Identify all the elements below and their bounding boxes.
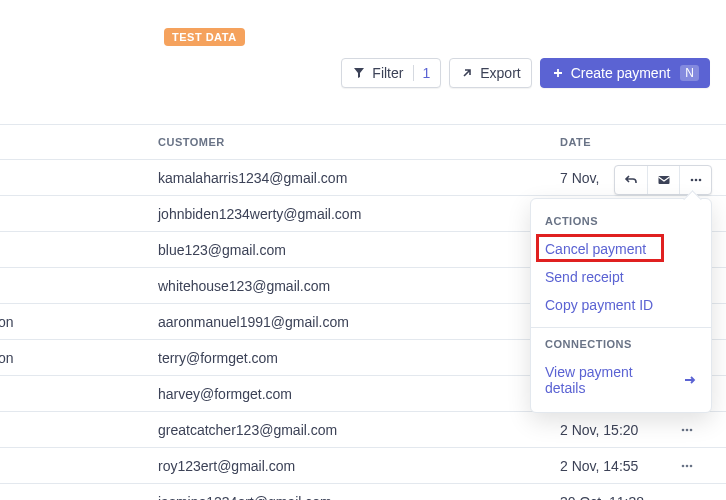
test-data-badge: TEST DATA bbox=[164, 28, 245, 46]
filter-button[interactable]: Filter 1 bbox=[341, 58, 441, 88]
svg-point-5 bbox=[690, 464, 693, 467]
send-receipt-item[interactable]: Send receipt bbox=[531, 263, 711, 291]
svg-point-11 bbox=[694, 179, 697, 182]
row-action-group bbox=[614, 165, 712, 195]
partial-label: on bbox=[0, 314, 14, 330]
arrow-right-icon bbox=[683, 373, 697, 387]
filter-count: 1 bbox=[413, 65, 430, 81]
partial-label: on bbox=[0, 350, 14, 366]
toolbar: Filter 1 Export Create payment N bbox=[0, 46, 726, 104]
dropdown-section-actions: ACTIONS bbox=[531, 213, 711, 235]
customer-cell: aaronmanuel1991@gmail.com bbox=[158, 314, 560, 330]
mail-icon[interactable] bbox=[647, 166, 679, 194]
plus-icon bbox=[551, 66, 565, 80]
svg-rect-9 bbox=[658, 176, 669, 184]
column-customer: CUSTOMER bbox=[158, 136, 560, 148]
column-date: DATE bbox=[560, 136, 710, 148]
customer-cell: roy123ert@gmail.com bbox=[158, 458, 560, 474]
svg-point-1 bbox=[686, 428, 689, 431]
row-more[interactable] bbox=[680, 459, 710, 473]
customer-cell: whitehouse123@gmail.com bbox=[158, 278, 560, 294]
dropdown-section-connections: CONNECTIONS bbox=[531, 336, 711, 358]
filter-icon bbox=[352, 66, 366, 80]
row-more[interactable] bbox=[680, 495, 710, 501]
undo-icon[interactable] bbox=[615, 166, 647, 194]
date-cell: 2 Nov, 15:20 bbox=[560, 422, 680, 438]
date-cell: 30 Oct, 11:38 bbox=[560, 494, 680, 501]
date-cell: 2 Nov, 14:55 bbox=[560, 458, 680, 474]
table-row[interactable]: greatcatcher123@gmail.com 2 Nov, 15:20 bbox=[0, 412, 726, 448]
export-label: Export bbox=[480, 65, 520, 81]
more-icon[interactable] bbox=[679, 166, 711, 194]
customer-cell: greatcatcher123@gmail.com bbox=[158, 422, 560, 438]
table-header: CUSTOMER DATE bbox=[0, 124, 726, 160]
svg-point-12 bbox=[698, 179, 701, 182]
svg-point-4 bbox=[686, 464, 689, 467]
customer-cell: terry@formget.com bbox=[158, 350, 560, 366]
view-payment-details-item[interactable]: View payment details bbox=[531, 358, 711, 402]
actions-dropdown: ACTIONS Cancel payment Send receipt Copy… bbox=[530, 198, 712, 413]
customer-cell: harvey@formget.com bbox=[158, 386, 560, 402]
customer-cell: johnbiden1234werty@gmail.com bbox=[158, 206, 560, 222]
customer-cell: blue123@gmail.com bbox=[158, 242, 560, 258]
table-row[interactable]: jasmine1234ert@gmail.com 30 Oct, 11:38 bbox=[0, 484, 726, 500]
row-more[interactable] bbox=[680, 423, 710, 437]
table-row[interactable]: roy123ert@gmail.com 2 Nov, 14:55 bbox=[0, 448, 726, 484]
copy-payment-id-item[interactable]: Copy payment ID bbox=[531, 291, 711, 319]
create-payment-label: Create payment bbox=[571, 65, 671, 81]
dropdown-divider bbox=[531, 327, 711, 328]
svg-point-10 bbox=[690, 179, 693, 182]
customer-cell: kamalaharris1234@gmail.com bbox=[158, 170, 560, 186]
create-payment-button[interactable]: Create payment N bbox=[540, 58, 710, 88]
export-button[interactable]: Export bbox=[449, 58, 531, 88]
customer-cell: jasmine1234ert@gmail.com bbox=[158, 494, 560, 501]
svg-point-0 bbox=[682, 428, 685, 431]
keyboard-shortcut: N bbox=[680, 65, 699, 81]
view-payment-details-label: View payment details bbox=[545, 364, 677, 396]
svg-point-3 bbox=[682, 464, 685, 467]
cancel-payment-item[interactable]: Cancel payment bbox=[531, 235, 711, 263]
export-icon bbox=[460, 66, 474, 80]
filter-label: Filter bbox=[372, 65, 403, 81]
svg-point-2 bbox=[690, 428, 693, 431]
